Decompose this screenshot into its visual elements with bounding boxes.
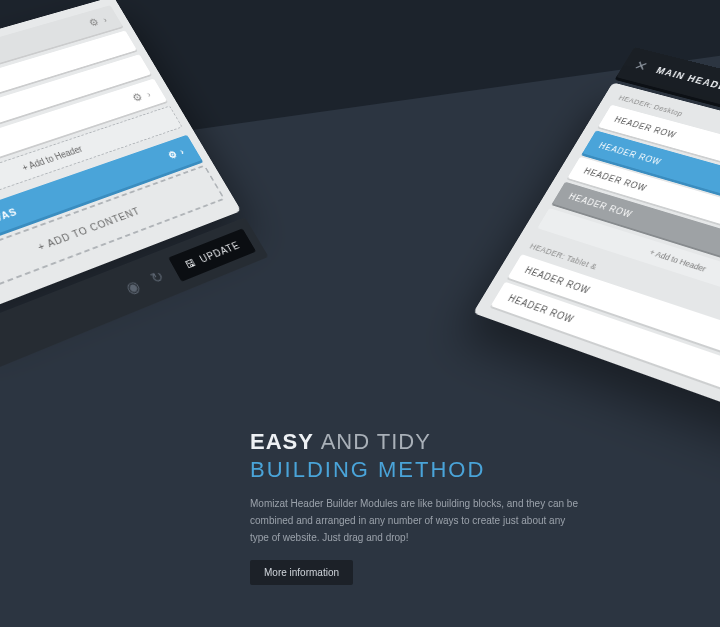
preview-eye-icon[interactable]: ◉ (123, 276, 144, 297)
refresh-icon[interactable]: ↻ (147, 267, 167, 288)
add-to-header-label: + Add to Header (648, 248, 708, 274)
body-text: Momizat Header Builder Modules are like … (250, 495, 580, 546)
gear-icon[interactable]: ⚙ (166, 148, 180, 160)
save-icon: 🖫 (183, 256, 198, 270)
headline: EASY AND TIDY BUILDING METHOD (250, 428, 580, 483)
row-label: HEADER ROW (506, 293, 576, 325)
row-label: HEADER ROW (597, 141, 663, 166)
close-icon[interactable]: ✕ (631, 57, 651, 74)
more-information-button[interactable]: More information (250, 560, 353, 585)
builder-panel-right: ✕ MAIN HEADER HEADER: Desktop ⌄ HEADER R… (473, 47, 720, 426)
row-label: HEADER ROW (613, 115, 678, 139)
gear-icon[interactable]: ⚙ (130, 90, 146, 104)
update-button[interactable]: 🖫 UPDATE (168, 228, 256, 281)
row-label: HEADER ROW (567, 192, 634, 219)
add-to-header-label: + Add to Header (20, 144, 83, 173)
chevron-right-icon[interactable]: › (145, 89, 153, 99)
headline-line-2: BUILDING METHOD (250, 457, 485, 482)
gear-icon[interactable]: ⚙ (87, 16, 102, 29)
headline-part-2: AND TIDY (321, 429, 431, 454)
marketing-copy: EASY AND TIDY BUILDING METHOD Momizat He… (250, 428, 580, 585)
update-label: UPDATE (197, 239, 241, 264)
headline-part-1: EASY (250, 429, 314, 454)
chevron-right-icon[interactable]: › (101, 15, 109, 24)
chevron-right-icon[interactable]: › (178, 146, 187, 156)
